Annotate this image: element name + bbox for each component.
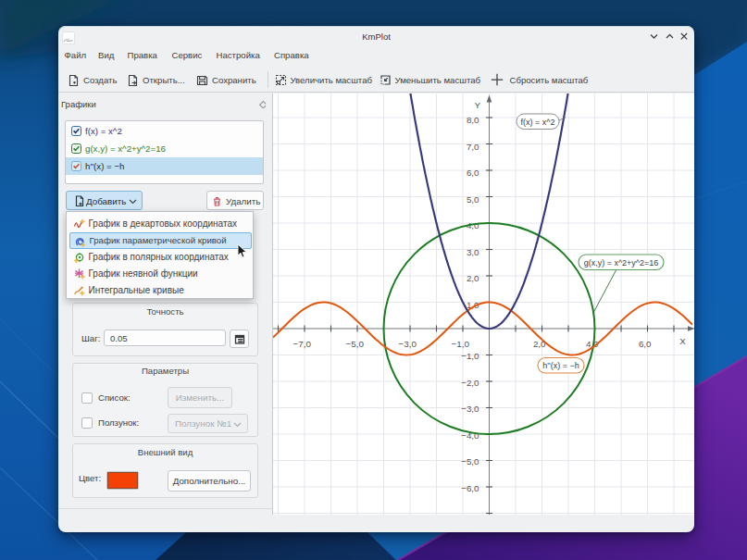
svg-text:−1,0: −1,0 <box>461 351 479 361</box>
svg-text:Y: Y <box>474 100 480 110</box>
svg-text:g(x,y) = x^2+y^2=16: g(x,y) = x^2+y^2=16 <box>584 258 659 268</box>
svg-text:2,0: 2,0 <box>467 273 479 283</box>
svg-text:6,0: 6,0 <box>467 168 479 178</box>
svg-text:−5,0: −5,0 <box>346 339 365 349</box>
svg-text:8,0: 8,0 <box>467 115 479 125</box>
svg-text:−3,0: −3,0 <box>399 339 417 349</box>
svg-text:−6,0: −6,0 <box>461 483 479 493</box>
svg-text:−7,0: −7,0 <box>293 339 312 349</box>
svg-text:7,0: 7,0 <box>467 142 479 152</box>
svg-text:6,0: 6,0 <box>639 339 652 349</box>
svg-text:f(x) = x^2: f(x) = x^2 <box>521 118 555 127</box>
svg-text:5,0: 5,0 <box>467 194 479 205</box>
svg-text:−5,0: −5,0 <box>461 456 479 467</box>
svg-text:−1,0: −1,0 <box>452 339 470 349</box>
svg-text:X: X <box>679 336 686 346</box>
svg-text:−3,0: −3,0 <box>461 404 479 414</box>
svg-text:h''(x) = −h: h''(x) = −h <box>542 361 579 370</box>
svg-text:3,0: 3,0 <box>467 247 479 257</box>
svg-text:−2,0: −2,0 <box>461 378 479 388</box>
